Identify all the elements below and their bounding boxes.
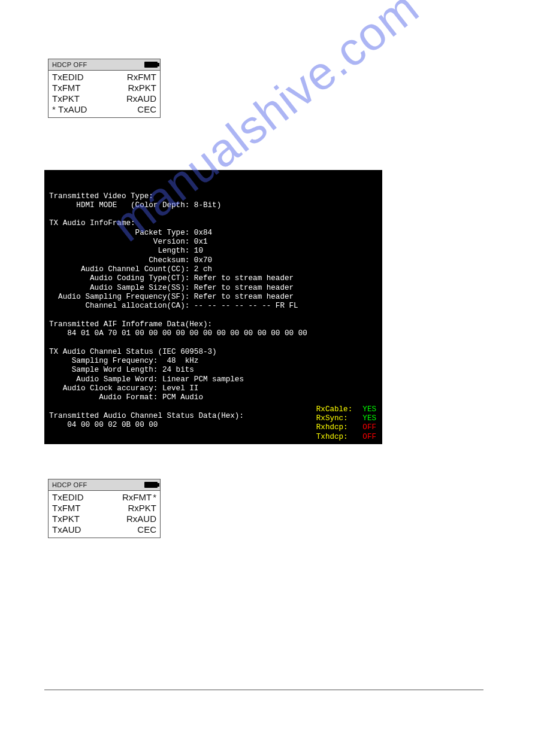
menu-item-left[interactable]: TxFMT	[52, 503, 104, 514]
status-value: YES	[358, 414, 376, 423]
menu-row[interactable]: TxAUDCEC	[52, 104, 156, 115]
menu-item-left[interactable]: TxEDID	[52, 72, 104, 83]
battery-icon	[144, 482, 158, 488]
menu-item-right[interactable]: RxFMT	[104, 72, 156, 83]
menu-item-right[interactable]: RxAUD	[104, 514, 156, 524]
menu-item-right[interactable]: RxAUD	[104, 93, 156, 104]
status-label: Txhdcp:	[316, 433, 358, 442]
menu-item-right[interactable]: CEC	[104, 524, 156, 535]
device-header: HDCP OFF	[49, 59, 160, 71]
status-value: OFF	[358, 433, 376, 442]
device-menu-2: TxEDIDRxFMTTxFMTRxPKTTxPKTRxAUDTxAUDCEC	[49, 491, 160, 538]
menu-item-right[interactable]: CEC	[107, 104, 156, 115]
terminal-output: Transmitted Video Type: HDMI MODE (Color…	[44, 170, 382, 444]
status-line: Rxhdcp: OFF	[316, 423, 376, 432]
status-block: RxCable: YESRxSync: YESRxhdcp: OFFTxhdcp…	[316, 405, 376, 442]
status-line: RxSync: YES	[316, 414, 376, 423]
status-label: RxCable:	[316, 405, 358, 414]
menu-item-left[interactable]: TxEDID	[52, 492, 104, 503]
hdcp-status: HDCP OFF	[52, 481, 87, 488]
menu-item-left[interactable]: TxAUD	[52, 104, 107, 115]
menu-item-left[interactable]: TxPKT	[52, 514, 104, 524]
device-screen-1: HDCP OFF TxEDIDRxFMTTxFMTRxPKTTxPKTRxAUD…	[48, 59, 161, 118]
status-label: Rxhdcp:	[316, 423, 358, 432]
menu-row[interactable]: TxEDIDRxFMT	[52, 492, 156, 503]
menu-row[interactable]: TxFMTRxPKT	[52, 503, 156, 514]
menu-item-right[interactable]: RxPKT	[104, 503, 156, 514]
page: manualshive.com HDCP OFF TxEDIDRxFMTTxFM…	[0, 0, 535, 756]
menu-item-right[interactable]: RxFMT	[104, 492, 156, 503]
menu-item-right[interactable]: RxPKT	[104, 83, 156, 93]
status-line: Txhdcp: OFF	[316, 433, 376, 442]
device-menu-1: TxEDIDRxFMTTxFMTRxPKTTxPKTRxAUDTxAUDCEC	[49, 71, 160, 117]
menu-row[interactable]: TxPKTRxAUD	[52, 93, 156, 104]
menu-row[interactable]: TxEDIDRxFMT	[52, 72, 156, 83]
status-label: RxSync:	[316, 414, 358, 423]
menu-item-left[interactable]: TxAUD	[52, 524, 104, 535]
menu-row[interactable]: TxPKTRxAUD	[52, 514, 156, 524]
hdcp-status: HDCP OFF	[52, 61, 87, 68]
menu-item-left[interactable]: TxPKT	[52, 93, 104, 104]
status-line: RxCable: YES	[316, 405, 376, 414]
status-value: OFF	[358, 423, 376, 432]
status-value: YES	[358, 405, 376, 414]
menu-row[interactable]: TxFMTRxPKT	[52, 83, 156, 93]
horizontal-rule	[44, 690, 483, 690]
terminal-body: Transmitted Video Type: HDMI MODE (Color…	[49, 192, 377, 430]
menu-item-left[interactable]: TxFMT	[52, 83, 104, 93]
device-header: HDCP OFF	[49, 479, 160, 491]
battery-icon	[144, 62, 158, 68]
menu-row[interactable]: TxAUDCEC	[52, 524, 156, 535]
device-screen-2: HDCP OFF TxEDIDRxFMTTxFMTRxPKTTxPKTRxAUD…	[48, 479, 161, 538]
